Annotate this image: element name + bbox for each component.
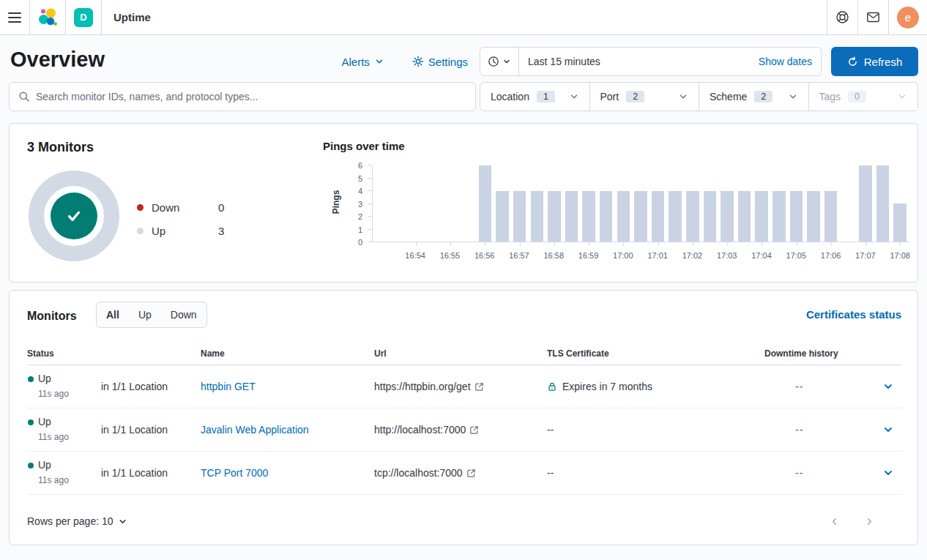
monitor-url-link[interactable]: tcp://localhost:7000 [374, 467, 476, 479]
filter-label: Scheme [710, 91, 747, 102]
top-navigation-bar: D Uptime e [0, 0, 927, 35]
user-avatar: e [897, 7, 919, 29]
rows-per-page-button[interactable]: Rows per page: 10 [27, 515, 127, 527]
status-label: Up [38, 416, 51, 428]
status-legend: Down 0 Up 3 [137, 195, 247, 242]
url-text: https://httpbin.org/get [374, 381, 471, 392]
filter-count-badge: 0 [848, 91, 866, 102]
url-text: http://localhost:7000 [374, 424, 466, 436]
x-tick-label: 16:54 [405, 251, 425, 260]
expand-row-button[interactable] [882, 467, 894, 479]
elastic-logo-icon [38, 8, 57, 27]
refresh-button[interactable]: Refresh [831, 47, 918, 76]
help-icon [835, 10, 849, 24]
monitor-name-link[interactable]: TCP Port 7000 [201, 467, 268, 479]
external-link-icon [469, 425, 479, 435]
menu-button[interactable] [0, 0, 30, 34]
rows-per-page-label: Rows per page: 10 [27, 515, 113, 527]
ping-bar [511, 165, 529, 242]
snapshot-panel: 3 Monitors Down 0 Up 3 Pings over time P… [9, 123, 918, 283]
time-range-value: Last 15 minutes [528, 56, 600, 67]
alerts-dropdown-button[interactable]: Alerts [341, 56, 384, 68]
newsfeed-button[interactable] [857, 0, 888, 34]
ping-bar [718, 165, 736, 242]
monitor-name-link[interactable]: Javalin Web Application [201, 424, 309, 436]
filter-count-badge: 2 [754, 91, 772, 102]
monitor-name-link[interactable]: httpbin GET [201, 381, 256, 392]
monitor-url-link[interactable]: https://httpbin.org/get [374, 381, 484, 392]
topbar-right: e [827, 0, 927, 34]
x-tick-label: 17:08 [890, 251, 910, 260]
ping-bar [839, 165, 857, 242]
x-tick-label: 17:07 [855, 251, 876, 260]
downtime-cell: -- [795, 424, 803, 436]
user-menu-button[interactable]: e [888, 0, 927, 34]
monitors-count-title: 3 Monitors [27, 140, 94, 155]
location-cell: in 1/1 Location [101, 381, 168, 392]
ping-bar [770, 165, 788, 242]
status-label: Up [38, 373, 51, 384]
column-url: Url [374, 348, 387, 359]
y-tick-label: 0 [358, 239, 362, 247]
location-cell: in 1/1 Location [101, 424, 168, 436]
settings-button[interactable]: Settings [412, 56, 468, 68]
y-tick-label: 1 [358, 225, 362, 234]
downtime-cell: -- [795, 381, 803, 392]
tab-all[interactable]: All [97, 302, 129, 327]
chevron-down-icon [882, 381, 894, 392]
pings-plot [372, 165, 909, 242]
ping-bar [407, 165, 425, 242]
chevron-down-icon [502, 57, 511, 66]
search-input[interactable] [36, 91, 466, 102]
help-button[interactable] [827, 0, 857, 34]
chevron-down-icon [882, 467, 894, 479]
last-check-time: 11s ago [38, 389, 69, 399]
x-tick-label: 17:01 [647, 251, 668, 260]
x-tick-label: 17:04 [751, 251, 772, 260]
tls-text: Expires in 7 months [562, 381, 652, 392]
monitor-row: Up 11s ago in 1/1 Location TCP Port 7000… [27, 452, 901, 495]
settings-label: Settings [428, 56, 468, 68]
chevron-down-icon [678, 92, 688, 102]
pings-yaxis: 0123456 [343, 165, 362, 242]
external-link-icon [466, 468, 476, 478]
monitor-search [9, 82, 476, 111]
elastic-logo[interactable] [30, 0, 66, 34]
space-selector[interactable]: D [66, 0, 102, 34]
downtime-cell: -- [795, 467, 803, 479]
x-tick-label: 16:55 [440, 251, 461, 260]
time-range-button[interactable]: Last 15 minutes [519, 56, 750, 67]
legend-label: Down [152, 201, 179, 214]
filter-label: Port [600, 91, 619, 102]
x-tick-label: 16:58 [544, 251, 565, 260]
filter-tags: Tags 0 [808, 83, 918, 111]
ping-bar [632, 165, 649, 242]
column-downtime: Downtime history [764, 348, 838, 359]
last-check-time: 11s ago [38, 432, 69, 442]
expand-row-button[interactable] [882, 381, 894, 392]
refresh-label: Refresh [864, 56, 903, 68]
ping-bar [615, 165, 633, 242]
show-dates-button[interactable]: Show dates [750, 56, 821, 67]
legend-value: 0 [218, 201, 224, 214]
certificates-status-link[interactable]: Certificates status [806, 308, 901, 321]
tab-up[interactable]: Up [129, 302, 161, 327]
quick-select-button[interactable] [480, 48, 519, 75]
prev-page-button [822, 509, 846, 533]
chevron-down-icon [882, 424, 894, 436]
filter-scheme[interactable]: Scheme 2 [699, 83, 808, 111]
monitors-panel: Monitors All Up Down Certificates status… [9, 290, 918, 545]
chevron-down-icon [374, 56, 384, 67]
filter-count-badge: 1 [537, 91, 555, 102]
up-status-dot [28, 376, 34, 382]
filter-port[interactable]: Port 2 [589, 83, 699, 111]
tls-certificate-cell: -- [547, 424, 554, 436]
search-icon [18, 91, 30, 102]
tab-down[interactable]: Down [161, 302, 206, 327]
pagination [822, 509, 881, 533]
x-tick-label: 17:03 [717, 251, 737, 260]
monitor-url-link[interactable]: http://localhost:7000 [374, 424, 479, 436]
expand-row-button[interactable] [882, 424, 894, 436]
filter-location[interactable]: Location 1 [480, 83, 589, 111]
filter-count-badge: 2 [626, 91, 644, 102]
